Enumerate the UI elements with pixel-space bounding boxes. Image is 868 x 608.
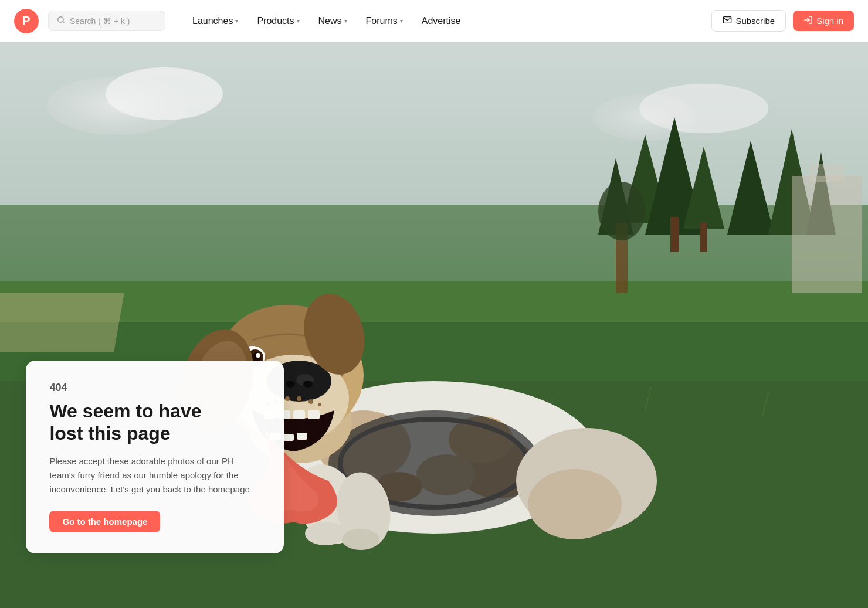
nav-item-forums[interactable]: Forums ▾ [358,11,411,31]
search-icon [57,16,65,26]
go-to-homepage-button[interactable]: Go to the homepage [49,511,160,532]
svg-line-1 [63,22,65,23]
svg-point-6 [106,67,223,120]
svg-point-41 [528,469,622,539]
chevron-down-icon: ▾ [344,18,347,24]
subscribe-button[interactable]: Subscribe [711,10,786,32]
nav-item-advertise[interactable]: Advertise [413,11,469,31]
svg-rect-59 [293,410,305,419]
logo[interactable]: P [14,9,39,33]
nav-item-launches[interactable]: Launches ▾ [184,11,246,31]
svg-point-8 [639,84,768,133]
svg-point-65 [285,396,290,401]
svg-rect-62 [283,434,294,441]
svg-point-70 [305,522,346,545]
svg-point-53 [256,353,260,358]
svg-point-69 [318,403,321,406]
hero-container: 404 We seem to have lost this page Pleas… [0,0,868,608]
search-placeholder-text: Search ( ⌘ + k ) [70,16,130,26]
nav-item-news[interactable]: News ▾ [310,11,355,31]
navbar: P Search ( ⌘ + k ) Launches ▾ Products ▾… [0,0,868,42]
svg-rect-76 [809,164,845,182]
error-description: Please accept these adorable photos of o… [49,454,260,497]
svg-point-67 [308,399,313,404]
search-box[interactable]: Search ( ⌘ + k ) [48,11,165,31]
svg-rect-75 [792,176,862,293]
svg-point-48 [286,381,295,388]
signin-button[interactable]: Sign in [793,11,854,31]
chevron-down-icon: ▾ [297,18,300,24]
nav-links: Launches ▾ Products ▾ News ▾ Forums ▾ Ad… [184,11,702,31]
nav-item-products[interactable]: Products ▾ [249,11,307,31]
chevron-down-icon: ▾ [400,18,403,24]
subscribe-icon [723,15,732,26]
svg-point-49 [303,381,313,388]
svg-rect-18 [700,223,707,252]
chevron-down-icon: ▾ [235,18,238,24]
svg-rect-72 [0,293,124,352]
svg-point-71 [342,529,379,550]
svg-rect-17 [670,217,679,252]
error-code: 404 [49,382,260,394]
error-card: 404 We seem to have lost this page Pleas… [26,361,284,553]
error-title: We seem to have lost this page [49,400,260,445]
svg-rect-63 [297,433,307,440]
svg-point-74 [598,182,645,240]
svg-rect-60 [308,410,320,419]
nav-actions: Subscribe Sign in [711,10,854,32]
svg-point-66 [297,396,301,401]
signin-icon [803,15,813,26]
